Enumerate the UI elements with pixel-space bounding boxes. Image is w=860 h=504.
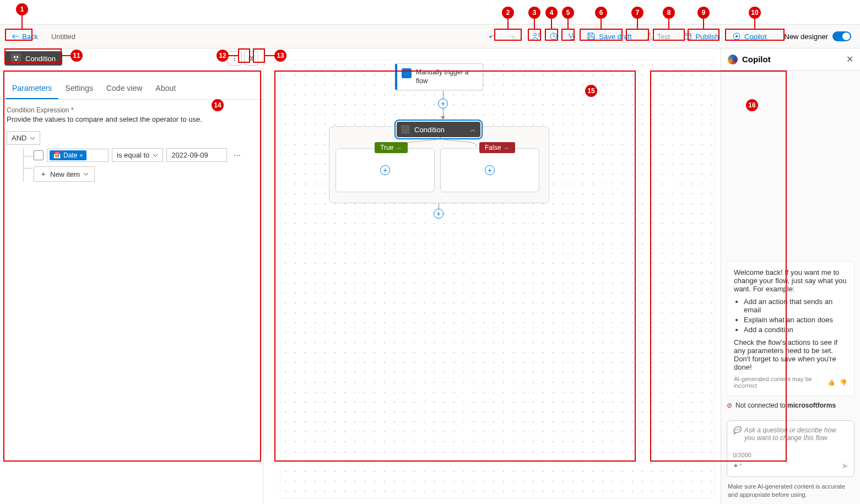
trigger-node[interactable]: 👤 Manually trigger a flow (395, 63, 483, 90)
ai-disclaimer: AI-generated content may be incorrect (734, 376, 827, 389)
tab-about[interactable]: About (149, 78, 182, 99)
condition-node-label: Condition (414, 126, 445, 134)
add-step-button-2[interactable]: + (434, 209, 443, 219)
save-draft-button[interactable]: Save draft (581, 29, 637, 44)
svg-point-5 (735, 35, 738, 37)
action-title-chip: Condition (4, 51, 62, 66)
svg-point-7 (234, 58, 235, 59)
flow-canvas[interactable]: 👤 Manually trigger a flow + Condition ︿ (263, 48, 721, 504)
add-step-true-button[interactable]: + (380, 165, 390, 175)
right-operand-input[interactable]: 2022-09-09 (166, 148, 227, 162)
copilot-title: Copilot (742, 55, 771, 64)
stethoscope-icon (567, 32, 576, 41)
thumbs-down-button[interactable]: 👎 (840, 379, 847, 386)
svg-point-6 (234, 56, 235, 57)
person-voice-icon (532, 32, 540, 41)
add-step-button[interactable]: + (438, 99, 448, 109)
close-copilot-button[interactable]: ✕ (846, 54, 853, 64)
chevron-down-icon (153, 153, 158, 158)
edge-add-2: + (434, 203, 443, 219)
chevron-down-icon (83, 171, 89, 177)
false-label: False ︿ (479, 142, 515, 153)
tab-parameters[interactable]: Parameters (6, 78, 58, 99)
arrow-left-icon (11, 32, 20, 41)
condition-icon (11, 53, 21, 63)
copilot-header: Copilot ✕ (721, 48, 860, 71)
left-operand-input[interactable]: 📅 Date × (47, 149, 109, 162)
chevron-up-icon: ︿ (504, 144, 510, 151)
tab-settings[interactable]: Settings (58, 78, 100, 99)
field-label: Condition Expression * (7, 106, 256, 114)
close-icon[interactable]: × (79, 152, 83, 159)
flow-title[interactable]: Untitled (51, 32, 75, 41)
copilot-button[interactable]: Copilot (727, 29, 772, 44)
chat-icon: 💬 (733, 426, 741, 442)
more-vertical-icon (231, 55, 239, 62)
publish-button[interactable]: Publish (678, 29, 724, 44)
chevron-up-icon: ︿ (470, 126, 476, 134)
publish-icon (683, 32, 692, 41)
plus-icon: ＋ (40, 169, 47, 179)
edge-add-1: + (438, 91, 448, 120)
chevron-double-left-icon (247, 55, 255, 62)
copilot-logo-icon (728, 55, 738, 64)
back-button[interactable]: Back (4, 29, 45, 44)
feedback-button[interactable] (528, 29, 544, 44)
condition-node[interactable]: Condition ︿ (397, 122, 480, 137)
copilot-label: Copilot (744, 32, 766, 41)
svg-point-0 (534, 34, 537, 36)
chevron-down-icon (30, 136, 35, 141)
copilot-icon (732, 32, 741, 41)
test-button[interactable]: Test (640, 29, 676, 44)
connection-warning: ⊘ Not connected to microsoftforms (727, 402, 854, 409)
more-options-button[interactable] (228, 51, 242, 66)
copilot-placeholder: Ask a question or describe how you want … (744, 426, 848, 442)
back-label: Back (22, 32, 38, 41)
operator-dropdown[interactable]: is equal to (112, 148, 163, 162)
warning-icon: ⊘ (727, 402, 732, 409)
chevron-up-icon: ︿ (397, 144, 402, 151)
copilot-welcome-message: Welcome back! If you want me to change y… (727, 261, 854, 396)
redo-icon (506, 32, 515, 41)
publish-label: Publish (695, 32, 719, 41)
new-designer-label: New designer (785, 32, 829, 41)
svg-rect-3 (684, 34, 691, 39)
false-branch[interactable]: False ︿ + (440, 148, 539, 192)
save-icon (587, 32, 596, 41)
send-button[interactable]: ➤ (841, 460, 848, 471)
version-history-button[interactable] (546, 29, 561, 44)
char-counter: 0/2000 (733, 452, 848, 458)
logic-operator-dropdown[interactable]: AND (7, 131, 40, 145)
undo-icon (489, 32, 497, 41)
sparkle-icon[interactable]: ✦⁺ (733, 462, 743, 470)
undo-button[interactable] (485, 29, 501, 44)
history-icon (549, 32, 558, 41)
thumbs-up-button[interactable]: 👍 (827, 379, 835, 386)
tab-code-view[interactable]: Code view (100, 78, 149, 99)
dynamic-content-token[interactable]: 📅 Date × (50, 150, 86, 160)
svg-point-2 (574, 36, 575, 38)
toggle-switch-icon (832, 31, 851, 41)
new-designer-toggle[interactable]: New designer (780, 29, 856, 44)
row-checkbox[interactable] (34, 150, 44, 160)
collapse-panel-button[interactable] (244, 51, 258, 66)
condition-row: 📅 Date × is equal to 2022-09-09 ⋯ (34, 148, 256, 162)
test-label: Test (657, 32, 670, 41)
flow-checker-button[interactable] (564, 29, 579, 44)
redo-button[interactable] (503, 29, 518, 44)
add-step-false-button[interactable]: + (485, 165, 495, 175)
copilot-footer-text: Make sure AI-generated content is accura… (721, 483, 860, 504)
flask-icon (645, 32, 654, 41)
manual-trigger-icon: 👤 (402, 68, 412, 78)
row-more-button[interactable]: ⋯ (230, 151, 244, 159)
action-title-label: Condition (25, 55, 56, 63)
field-description: Provide the values to compare and select… (7, 115, 256, 123)
copilot-input[interactable]: 💬 Ask a question or describe how you wan… (727, 420, 854, 477)
svg-point-8 (234, 60, 235, 61)
condition-icon (401, 125, 410, 134)
calendar-icon: 📅 (53, 151, 61, 159)
true-branch[interactable]: True ︿ + (336, 148, 435, 192)
true-label: True ︿ (375, 142, 408, 153)
new-item-button[interactable]: ＋ New item (34, 166, 95, 182)
save-draft-label: Save draft (599, 32, 631, 41)
